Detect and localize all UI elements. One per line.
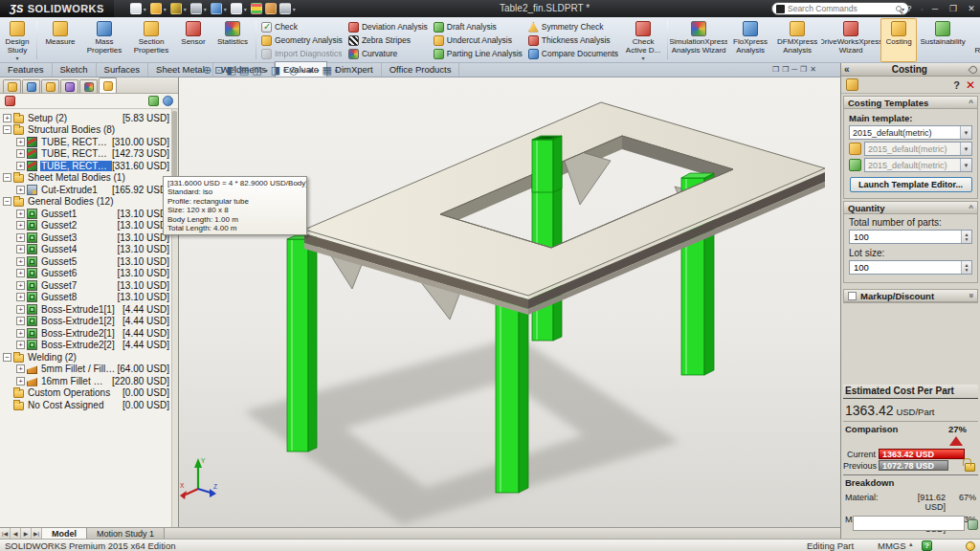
search-commands-box[interactable]: ▾ (771, 2, 909, 15)
main-template-select[interactable]: 2015_default(metric) ▼ (849, 125, 972, 140)
expand-toggle-icon[interactable]: − (3, 197, 11, 206)
doc-cascade-icon[interactable]: ❒ (772, 65, 779, 74)
hide-show-items-dropdown-icon[interactable]: ▾ (301, 67, 305, 74)
dropdown-arrow-icon[interactable]: ▾ (164, 6, 167, 12)
edit-appearance-dropdown-icon[interactable]: ▾ (315, 67, 320, 74)
tree-item[interactable]: +Gusset5[13.10 USD] (0, 255, 178, 268)
expand-toggle-icon[interactable]: + (16, 305, 25, 314)
display-manager-tab[interactable] (79, 79, 98, 93)
view-orientation-dropdown-icon[interactable]: ▾ (264, 67, 269, 74)
costing-manager-tab[interactable] (99, 77, 117, 93)
tree-scrollbar[interactable] (171, 109, 178, 527)
tree-item[interactable]: +Gusset2[13.10 USD] (0, 220, 178, 232)
tree-item[interactable]: +Boss-Extrude1[2][4.44 USD] (0, 316, 178, 328)
doc-minimize-button[interactable]: ─ (791, 65, 797, 74)
help-button[interactable]: ? (902, 4, 916, 13)
table-leg-protrusion[interactable] (532, 136, 562, 192)
capture-icon[interactable] (968, 519, 978, 530)
search-input[interactable] (785, 4, 896, 13)
tab-model[interactable]: Model (42, 528, 87, 539)
chevron-down-icon[interactable]: ▼ (960, 126, 971, 139)
expand-toggle-icon[interactable]: + (16, 341, 25, 349)
part-reviewer-button[interactable]: Part Reviewer (969, 18, 980, 62)
expand-toggle-icon[interactable]: + (16, 364, 25, 373)
dropdown-arrow-icon[interactable]: ▾ (293, 6, 296, 12)
expand-toggle-icon[interactable]: + (16, 233, 25, 242)
tab-motion-study[interactable]: Motion Study 1 (87, 528, 165, 539)
measure-button[interactable]: Measure (39, 18, 81, 62)
section-header[interactable]: Markup/Discount » (844, 290, 977, 302)
open-icon[interactable] (150, 3, 162, 14)
tree-item[interactable]: −General Bodies (12) (0, 196, 178, 209)
tree-item[interactable]: +Boss-Extrude1[1][4.44 USD] (0, 303, 178, 316)
panel-help-icon[interactable]: ? (953, 79, 960, 91)
tree-item[interactable]: +Gusset7[13.10 USD] (0, 279, 178, 292)
expand-toggle-icon[interactable]: + (16, 377, 25, 386)
tree-item[interactable]: +TUBE, RECTANGULAR 120 X...[331.60 USD] (0, 160, 178, 172)
pin-icon[interactable] (968, 64, 978, 75)
dfmxpress-analysis-wizard-button[interactable]: DFMXpress Analysis Wizard (773, 18, 821, 62)
dropdown-arrow-icon[interactable]: ▾ (184, 6, 187, 12)
filter-icon[interactable] (5, 96, 15, 106)
create-report-icon[interactable] (846, 78, 858, 91)
tree-item[interactable]: +Cut-Extrude1[165.92 USD] (0, 184, 178, 196)
driveworksxpress-wizard-button[interactable]: DriveWorksXpress Wizard (821, 18, 880, 62)
panel-close-icon[interactable]: ✕ (966, 78, 975, 92)
dropdown-arrow-icon[interactable]: ▾ (204, 6, 207, 12)
rebuild-icon[interactable] (251, 3, 262, 14)
launch-template-editor-button[interactable]: Launch Template Editor... (850, 177, 972, 192)
print-icon[interactable] (190, 3, 202, 14)
expand-toggle-icon[interactable]: + (16, 138, 25, 146)
design-study-button[interactable]: Design Study▾ (0, 18, 34, 62)
dropdown-arrow-icon[interactable]: ▾ (224, 6, 227, 12)
collapse-section-icon[interactable]: ^ (969, 99, 973, 107)
expand-toggle-icon[interactable]: + (3, 114, 11, 122)
tab-sketch[interactable]: Sketch (53, 63, 97, 77)
open-folder-icon[interactable] (148, 96, 159, 106)
graphics-area[interactable]: X Y Z (179, 77, 840, 527)
check-active-d-button[interactable]: Check Active D...▾ (621, 18, 665, 62)
tree-item[interactable]: −Structural Bodies (8) (0, 124, 178, 137)
section-header[interactable]: Costing Templates ^ (844, 97, 977, 109)
section-header[interactable]: Quantity ^ (844, 202, 977, 214)
search-icon[interactable] (896, 6, 902, 11)
dropdown-arrow-icon[interactable]: ▾ (244, 6, 247, 12)
collapse-section-icon[interactable]: ^ (969, 204, 973, 212)
tree-item[interactable]: +Gusset3[13.10 USD] (0, 231, 178, 244)
tab-features[interactable]: Features (0, 63, 53, 77)
hide-show-items-icon[interactable]: ◎ (288, 65, 300, 76)
expand-toggle-icon[interactable]: + (16, 293, 25, 301)
view-settings-icon[interactable]: ▤ (238, 65, 250, 76)
curvature-button[interactable]: Curvature (348, 48, 428, 60)
floxpress-analysis-wizard-button[interactable]: FloXpress Analysis Wizard (727, 18, 773, 62)
tree-item[interactable]: +Gusset4[13.10 USD] (0, 244, 178, 256)
tree-item[interactable]: Custom Operations[0.00 USD] (0, 387, 178, 400)
tab-surfaces[interactable]: Surfaces (97, 63, 149, 77)
tree-item[interactable]: +Boss-Extrude2[1][4.44 USD] (0, 327, 178, 340)
tree-item[interactable]: −Sheet Metal Bodies (1) (0, 172, 178, 185)
undercut-analysis-button[interactable]: Undercut Analysis (434, 34, 523, 47)
history-icon[interactable] (163, 96, 173, 106)
doc-tile-icon[interactable]: ❒ (782, 65, 789, 74)
select-icon[interactable] (231, 3, 242, 14)
zebra-stripes-button[interactable]: Zebra Stripes (348, 34, 428, 47)
expand-toggle-icon[interactable]: − (3, 125, 11, 134)
close-button[interactable]: ✕ (965, 4, 978, 13)
minimize-button[interactable]: ─ (928, 4, 942, 13)
section-properties-button[interactable]: Section Properties (127, 18, 175, 62)
markup-checkbox[interactable] (848, 292, 857, 300)
restore-button[interactable]: ❐ (947, 4, 960, 13)
tree-item[interactable]: +TUBE, RECTANGULAR 120 X...[142.73 USD] (0, 148, 178, 161)
lock-comparison-icon[interactable] (965, 463, 975, 472)
draft-analysis-button[interactable]: Draft Analysis (434, 21, 523, 33)
deviation-analysis-button[interactable]: Deviation Analysis (348, 21, 428, 33)
tab-scroll-next-button[interactable]: ▶ (21, 528, 32, 539)
lot-size-field[interactable]: ▲▼ (849, 260, 972, 275)
expand-toggle-icon[interactable]: − (3, 173, 11, 182)
table-leg-selected[interactable] (496, 294, 528, 493)
units-dropdown-icon[interactable]: ▴ (909, 540, 913, 548)
expand-toggle-icon[interactable]: + (16, 269, 25, 277)
check-button[interactable]: Check (261, 21, 343, 33)
display-style-icon[interactable]: ◨ (270, 65, 281, 76)
expand-toggle-icon[interactable]: + (16, 329, 25, 338)
